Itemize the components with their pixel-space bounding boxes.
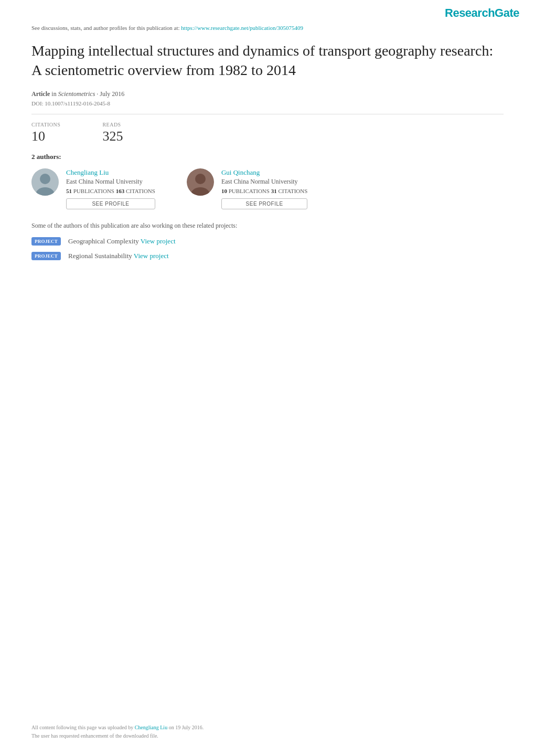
author-stats-1: 51 PUBLICATIONS 163 CITATIONS [66, 188, 155, 194]
authors-grid: Chengliang Liu East China Normal Univers… [31, 168, 504, 209]
article-type: Article [31, 90, 50, 98]
author2-cit-count: 31 [271, 188, 277, 194]
author-card-2: Gui Qinchang East China Normal Universit… [187, 168, 307, 209]
project-badge-2: Project [31, 252, 61, 260]
reads-label: READS [102, 122, 123, 127]
article-date-value: July 2016 [100, 90, 124, 98]
footer: All content following this page was uplo… [31, 723, 504, 740]
project-title-1: Geographical Complexity [68, 237, 141, 245]
svg-point-1 [40, 174, 50, 184]
stats-row: CITATIONS 10 READS 325 [31, 122, 504, 144]
doi-value: 10.1007/s11192-016-2045-8 [45, 100, 110, 107]
see-link-text: See discussions, stats, and author profi… [31, 25, 180, 31]
footer-text-1: All content following this page was uplo… [31, 725, 133, 730]
author1-cit-count: 163 [116, 188, 125, 194]
citations-label: CITATIONS [31, 122, 60, 127]
avatar-1 [31, 168, 59, 196]
author-info-1: Chengliang Liu East China Normal Univers… [66, 168, 155, 209]
see-link-paragraph: See discussions, stats, and author profi… [31, 24, 504, 32]
article-meta: Article in Scientometrics · July 2016 [31, 90, 504, 98]
project-badge-1: Project [31, 237, 61, 246]
project-text-2: Regional Sustainability View project [68, 252, 168, 260]
author-affiliation-1: East China Normal University [66, 178, 155, 186]
footer-uploader[interactable]: Chengliang Liu [135, 725, 168, 730]
authors-label: 2 authors: [31, 153, 504, 161]
author1-cit-label: CITATIONS [126, 188, 155, 194]
reads-value: 325 [102, 129, 123, 144]
see-profile-button-1[interactable]: SEE PROFILE [66, 198, 155, 209]
related-projects-label: Some of the authors of this publication … [31, 222, 504, 230]
top-bar: ResearchGate [0, 0, 535, 24]
author2-pub-count: 10 [221, 188, 227, 194]
project-item-1: Project Geographical Complexity View pro… [31, 237, 504, 246]
author-name-1[interactable]: Chengliang Liu [66, 168, 155, 177]
doi-line: DOI: 10.1007/s11192-016-2045-8 [31, 100, 504, 107]
citations-value: 10 [31, 129, 60, 144]
svg-point-4 [195, 174, 206, 184]
author-info-2: Gui Qinchang East China Normal Universit… [221, 168, 307, 209]
author-name-2[interactable]: Gui Qinchang [221, 168, 307, 177]
project-text-1: Geographical Complexity View project [68, 237, 175, 246]
see-profile-button-2[interactable]: SEE PROFILE [221, 198, 307, 209]
footer-on-text: on 19 July 2016. [169, 725, 204, 730]
footer-line2: The user has requested enhancement of th… [31, 732, 504, 740]
avatar-2 [187, 168, 214, 196]
author-stats-2: 10 PUBLICATIONS 31 CITATIONS [221, 188, 307, 194]
project-link-1[interactable]: View project [141, 237, 176, 245]
doi-label: DOI: [31, 100, 44, 107]
journal-name: Scientometrics [58, 90, 95, 98]
paper-title: Mapping intellectual structures and dyna… [31, 41, 504, 80]
author-affiliation-2: East China Normal University [221, 178, 307, 186]
project-item-2: Project Regional Sustainability View pro… [31, 252, 504, 260]
in-text: in [51, 90, 56, 98]
main-content: See discussions, stats, and author profi… [0, 24, 535, 298]
footer-line1: All content following this page was uplo… [31, 723, 504, 732]
researchgate-logo: ResearchGate [445, 6, 519, 19]
citations-block: CITATIONS 10 [31, 122, 60, 144]
author2-cit-label: CITATIONS [278, 188, 307, 194]
see-link-url[interactable]: https://www.researchgate.net/publication… [181, 25, 303, 31]
reads-block: READS 325 [102, 122, 123, 144]
author-card-1: Chengliang Liu East China Normal Univers… [31, 168, 155, 209]
project-title-2: Regional Sustainability [68, 252, 134, 260]
project-link-2[interactable]: View project [134, 252, 169, 260]
author1-pub-label: PUBLICATIONS [73, 188, 116, 194]
divider-1 [31, 114, 504, 114]
author2-pub-label: PUBLICATIONS [229, 188, 271, 194]
author1-pub-count: 51 [66, 188, 72, 194]
